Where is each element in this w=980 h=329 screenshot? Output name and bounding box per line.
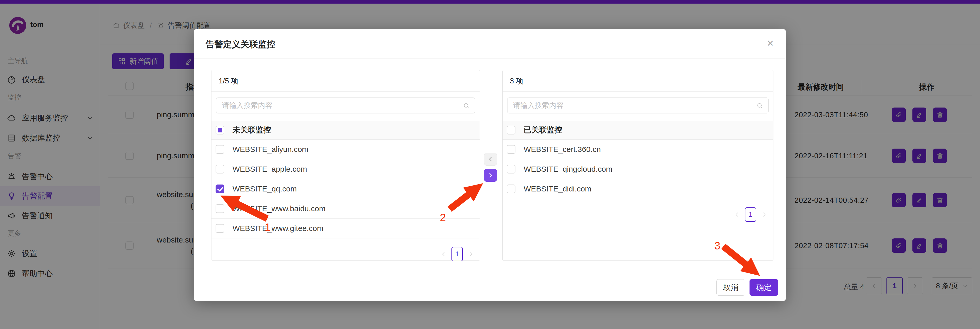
list-item[interactable]: WEBSITE_www.gitee.com <box>212 219 480 239</box>
transfer-panel-unlinked: 1/5 项 未关联监控 WEBSITE_aliyun.com WEBSITE_a… <box>211 70 480 261</box>
right-select-all-checkbox[interactable] <box>507 126 515 134</box>
right-panel-pagination: 1 <box>733 207 767 222</box>
item-label: WEBSITE_qq.com <box>232 185 297 193</box>
modal-title: 告警定义关联监控 <box>205 38 275 50</box>
item-checkbox[interactable] <box>216 204 224 213</box>
close-icon[interactable]: × <box>764 36 777 50</box>
right-selected-count: 3 项 <box>510 76 523 86</box>
chevron-right-icon <box>487 172 494 179</box>
left-selected-count: 1/5 项 <box>219 76 239 86</box>
right-current-page[interactable]: 1 <box>745 207 756 222</box>
chevron-left-icon[interactable] <box>733 211 740 218</box>
item-checkbox[interactable] <box>507 165 515 174</box>
transfer-to-right-button[interactable] <box>484 169 497 182</box>
left-search-input[interactable] <box>216 98 475 114</box>
item-checkbox[interactable] <box>216 145 224 154</box>
item-label: WEBSITE_www.gitee.com <box>232 224 323 233</box>
list-item[interactable]: WEBSITE_qq.com <box>212 179 480 199</box>
search-icon <box>756 102 764 109</box>
list-item[interactable]: WEBSITE_apple.com <box>212 159 480 179</box>
right-search-input[interactable] <box>507 98 768 114</box>
item-checkbox[interactable] <box>507 145 515 154</box>
left-panel-pagination: 1 <box>440 247 474 261</box>
item-checkbox[interactable] <box>216 165 224 174</box>
chevron-right-icon[interactable] <box>468 251 474 258</box>
panel-divider <box>212 91 480 92</box>
right-list-header: 已关联监控 <box>503 120 773 139</box>
left-list-title: 未关联监控 <box>232 125 271 135</box>
item-label: WEBSITE_qingcloud.com <box>523 165 612 174</box>
item-label: WEBSITE_apple.com <box>232 165 307 174</box>
left-list-header: 未关联监控 <box>212 120 480 139</box>
list-item[interactable]: WEBSITE_aliyun.com <box>212 139 480 159</box>
list-item[interactable]: WEBSITE_cert.360.cn <box>503 139 773 159</box>
list-item[interactable]: WEBSITE_www.baidu.com <box>212 199 480 219</box>
search-icon <box>463 102 470 109</box>
right-list-title: 已关联监控 <box>523 125 562 135</box>
transfer-panel-linked: 3 项 已关联监控 WEBSITE_cert.360.cn WEBSITE_qi… <box>502 70 773 261</box>
transfer-to-left-button[interactable] <box>484 153 497 166</box>
chevron-left-icon <box>487 155 494 163</box>
list-item[interactable]: WEBSITE_qingcloud.com <box>503 159 773 179</box>
cancel-button[interactable]: 取消 <box>716 279 745 296</box>
panel-divider <box>503 91 773 92</box>
item-label: WEBSITE_didi.com <box>523 185 591 193</box>
item-checkbox-checked[interactable] <box>216 185 224 193</box>
list-item[interactable]: WEBSITE_didi.com <box>503 179 773 199</box>
item-label: WEBSITE_www.baidu.com <box>232 204 326 213</box>
modal-header-divider <box>194 58 786 59</box>
item-label: WEBSITE_aliyun.com <box>232 145 308 154</box>
confirm-button[interactable]: 确定 <box>749 279 778 296</box>
left-current-page[interactable]: 1 <box>452 247 463 261</box>
item-checkbox[interactable] <box>216 224 224 233</box>
chevron-right-icon[interactable] <box>761 211 767 218</box>
chevron-left-icon[interactable] <box>440 251 447 258</box>
item-label: WEBSITE_cert.360.cn <box>523 145 601 154</box>
item-checkbox[interactable] <box>507 185 515 193</box>
associate-monitor-modal: 告警定义关联监控 × 1/5 项 未关联监控 WEBSITE_aliyun.co… <box>194 29 786 301</box>
left-select-all-checkbox[interactable] <box>216 126 224 134</box>
